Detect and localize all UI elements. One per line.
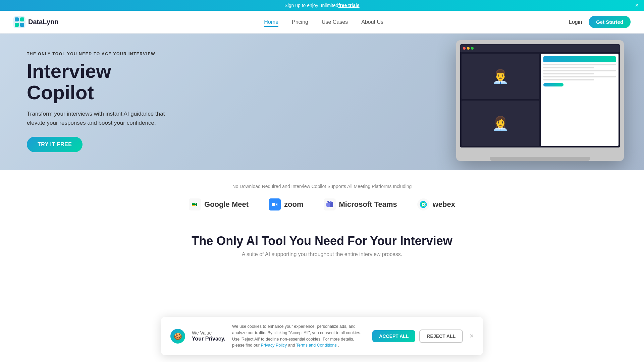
platforms-section: No Download Required and Interview Copil…: [0, 170, 644, 221]
section-heading: The Only AI Tool You Need For Your Inter…: [0, 221, 644, 261]
banner-link[interactable]: free trials: [338, 3, 360, 8]
svg-rect-1: [15, 17, 19, 21]
dot-red: [463, 47, 466, 50]
zoom-label: zoom: [284, 200, 303, 209]
platforms-subtitle: No Download Required and Interview Copil…: [13, 184, 631, 189]
nav-link-about-us[interactable]: About Us: [361, 19, 383, 26]
nav-item-pricing[interactable]: Pricing: [292, 19, 308, 25]
copilot-line-5: [543, 76, 616, 77]
laptop-outer: 👨‍💼 👩‍💼: [456, 40, 624, 161]
nav-link-use-cases[interactable]: Use Cases: [322, 19, 348, 26]
platform-logos: Google Meet zoom: [13, 198, 631, 210]
svg-rect-2: [20, 17, 24, 21]
laptop-base: [490, 157, 590, 161]
section-title: The Only AI Tool You Need For Your Inter…: [13, 234, 631, 248]
nav-right: Login Get Started: [569, 16, 631, 28]
copilot-line-3: [543, 70, 616, 71]
login-button[interactable]: Login: [569, 19, 582, 25]
video-panel-1: 👨‍💼: [462, 54, 539, 99]
nav-item-home[interactable]: Home: [264, 19, 278, 25]
copilot-line-4: [543, 73, 594, 74]
video-panel-2: 👩‍💼: [462, 101, 539, 146]
teams-icon: [324, 198, 336, 210]
nav-item-about-us[interactable]: About Us: [361, 19, 383, 25]
hero-laptop-mockup: 👨‍💼 👩‍💼: [456, 40, 624, 161]
nav-links: Home Pricing Use Cases About Us: [78, 19, 569, 25]
screen-body: 👨‍💼 👩‍💼: [460, 52, 620, 147]
copilot-action-btn: [543, 83, 564, 86]
dot-yellow: [467, 47, 470, 50]
logo-icon: [13, 16, 25, 28]
logo[interactable]: DataLynn: [13, 16, 58, 28]
copilot-line-1: [543, 64, 616, 65]
nav-link-home[interactable]: Home: [264, 19, 278, 27]
get-started-button[interactable]: Get Started: [589, 16, 631, 28]
navbar: DataLynn Home Pricing Use Cases About Us…: [0, 11, 644, 34]
nav-link-pricing[interactable]: Pricing: [292, 19, 308, 26]
svg-rect-3: [15, 23, 19, 27]
try-free-button[interactable]: TRY IT FREE: [27, 137, 83, 152]
screen-bar: [460, 44, 620, 52]
copilot-header: [543, 56, 616, 62]
hero-description: Transform your interviews with instant A…: [27, 109, 168, 127]
banner-text: Sign up to enjoy unlimited: [284, 3, 338, 8]
platform-webex: webex: [417, 198, 455, 210]
webex-label: webex: [433, 200, 455, 209]
svg-rect-10: [326, 203, 330, 207]
video-panels: 👨‍💼 👩‍💼: [462, 54, 539, 146]
google-meet-icon: [189, 198, 201, 210]
copilot-line-2: [543, 67, 594, 68]
person-icon-1: 👨‍💼: [462, 54, 539, 99]
banner-close-button[interactable]: ×: [635, 2, 639, 9]
copilot-panel: [541, 54, 619, 146]
hero-subtitle: THE ONLY TOOL YOU NEED TO ACE YOUR INTER…: [27, 52, 168, 56]
logo-text: DataLynn: [28, 18, 58, 26]
hero-content: THE ONLY TOOL YOU NEED TO ACE YOUR INTER…: [0, 52, 195, 152]
teams-label: Microsoft Teams: [339, 200, 397, 209]
webex-icon: [417, 198, 429, 210]
svg-point-14: [423, 204, 424, 205]
hero-title: Interview Copilot: [27, 60, 168, 103]
platform-zoom: zoom: [269, 198, 303, 210]
top-banner: Sign up to enjoy unlimited free trials ×: [0, 0, 644, 11]
laptop-screen: 👨‍💼 👩‍💼: [460, 44, 620, 147]
platform-google-meet: Google Meet: [189, 198, 249, 210]
hero-section: THE ONLY TOOL YOU NEED TO ACE YOUR INTER…: [0, 34, 644, 170]
svg-rect-4: [20, 23, 24, 27]
person-icon-2: 👩‍💼: [462, 101, 539, 146]
zoom-icon: [269, 198, 281, 210]
google-meet-label: Google Meet: [204, 200, 249, 209]
dot-green: [471, 47, 474, 50]
svg-point-12: [330, 201, 331, 203]
section-subtitle: A suite of AI supporting you throughout …: [13, 251, 631, 257]
copilot-line-6: [543, 79, 594, 80]
nav-item-use-cases[interactable]: Use Cases: [322, 19, 348, 25]
svg-point-11: [327, 201, 329, 203]
platform-microsoft-teams: Microsoft Teams: [324, 198, 397, 210]
